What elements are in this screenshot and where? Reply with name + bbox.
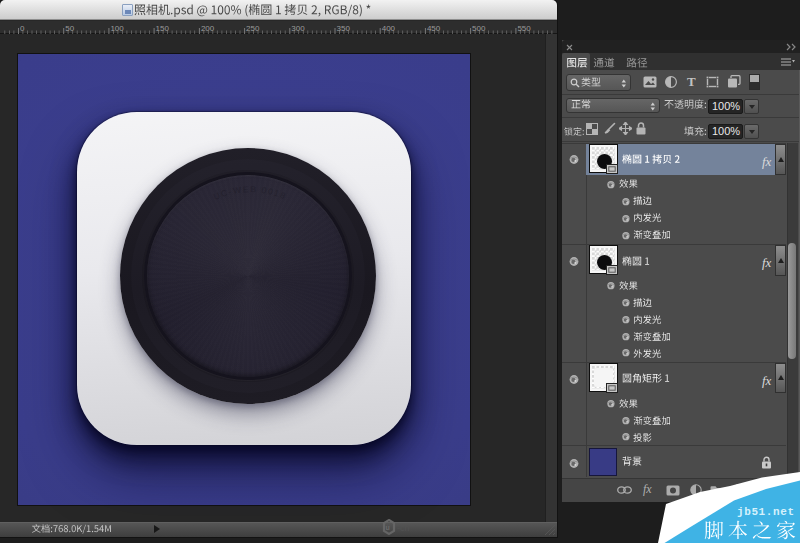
svg-text:u: u (386, 524, 390, 531)
svg-text:T: T (687, 75, 696, 88)
svg-text:-cn: -cn (397, 523, 410, 533)
svg-text:UC-WEB 0018: UC-WEB 0018 (212, 184, 288, 202)
svg-text:550: 550 (517, 24, 531, 33)
svg-text:500: 500 (472, 24, 486, 33)
